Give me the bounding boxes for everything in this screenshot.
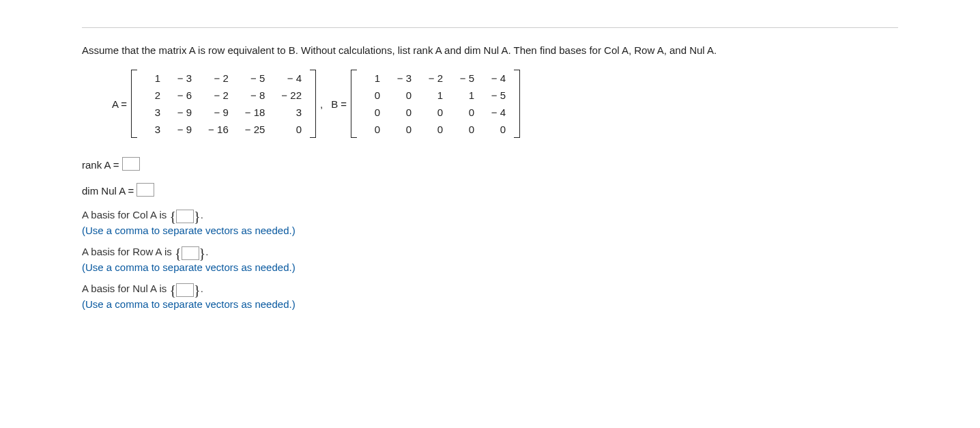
period: . [201, 209, 203, 220]
comma-label: , [320, 98, 323, 110]
question-container: Assume that the matrix A is row equivale… [82, 27, 898, 310]
period: . [201, 283, 203, 294]
table-row: 00000 [357, 121, 514, 138]
table-row: 0000− 4 [357, 104, 514, 121]
brace-left-icon: { [169, 284, 176, 296]
answers-section: rank A = dim Nul A = A basis for Col A i… [82, 157, 898, 310]
bracket-right-icon [514, 70, 520, 138]
rank-answer: rank A = [82, 157, 898, 171]
nul-basis-block: A basis for Nul A is { } . (Use a comma … [82, 283, 898, 310]
nul-basis-label: A basis for Nul A is [82, 283, 169, 294]
brace-left-icon: { [169, 210, 176, 223]
table-row: 1− 3− 2− 5− 4 [137, 70, 310, 87]
question-text: Assume that the matrix A is row equivale… [82, 44, 898, 56]
rank-label: rank A = [82, 159, 119, 171]
table-row: 3− 9− 9− 183 [137, 104, 310, 121]
col-basis-hint: (Use a comma to separate vectors as need… [82, 225, 898, 236]
nul-basis-input[interactable] [176, 283, 194, 297]
dimnul-label: dim Nul A = [82, 185, 134, 197]
row-basis-label: A basis for Row A is [82, 246, 175, 257]
matrix-b: 1− 3− 2− 5− 4 0011− 5 0000− 4 00000 [357, 70, 514, 138]
brace-right-icon: } [194, 284, 201, 296]
dimnul-answer: dim Nul A = [82, 183, 898, 197]
col-basis-label: A basis for Col A is [82, 209, 169, 220]
matrix-display: A = 1− 3− 2− 5− 4 2− 6− 2− 8− 22 3− 9− 9… [108, 70, 898, 138]
col-basis-input-wrap: { } [169, 210, 200, 223]
brace-right-icon: } [199, 247, 206, 259]
bracket-left-icon [131, 70, 137, 138]
row-basis-input[interactable] [182, 246, 199, 260]
row-basis-input-wrap: { } [175, 246, 205, 260]
dimnul-input[interactable] [136, 183, 154, 197]
table-row: 1− 3− 2− 5− 4 [357, 70, 514, 87]
brace-right-icon: } [194, 210, 201, 223]
matrix-b-label: B = [331, 98, 347, 110]
row-basis-block: A basis for Row A is { } . (Use a comma … [82, 246, 898, 273]
table-row: 0011− 5 [357, 87, 514, 104]
col-basis-block: A basis for Col A is { } . (Use a comma … [82, 209, 898, 236]
bracket-right-icon [310, 70, 316, 138]
table-row: 3− 9− 16− 250 [137, 121, 310, 138]
nul-basis-input-wrap: { } [169, 283, 200, 297]
matrix-a: 1− 3− 2− 5− 4 2− 6− 2− 8− 22 3− 9− 9− 18… [137, 70, 310, 138]
bracket-left-icon [351, 70, 357, 138]
brace-left-icon: { [175, 247, 182, 259]
rank-input[interactable] [122, 157, 140, 171]
nul-basis-hint: (Use a comma to separate vectors as need… [82, 298, 898, 310]
period: . [205, 246, 208, 257]
table-row: 2− 6− 2− 8− 22 [137, 87, 310, 104]
col-basis-input[interactable] [176, 210, 194, 223]
row-basis-hint: (Use a comma to separate vectors as need… [82, 261, 898, 273]
matrix-a-label: A = [112, 98, 127, 110]
